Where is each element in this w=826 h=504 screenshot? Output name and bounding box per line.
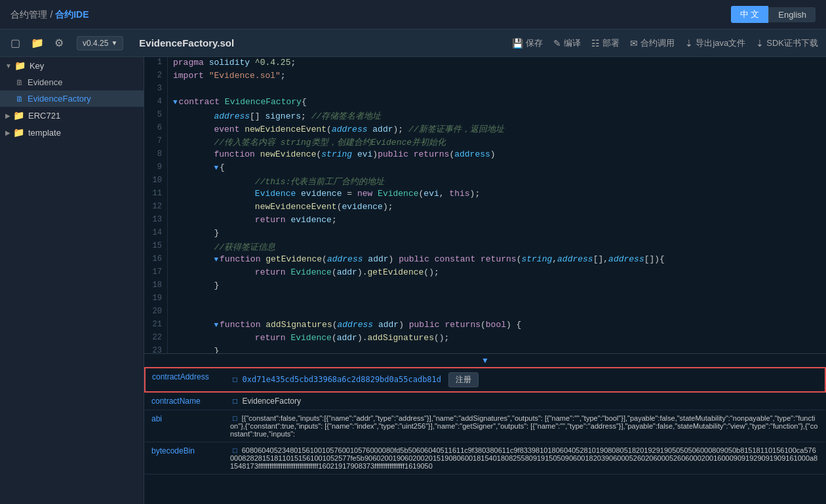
code-line: 13 return evidence; bbox=[144, 214, 826, 227]
deploy-label: 部署 bbox=[602, 37, 620, 49]
language-switcher: 中 文 English bbox=[731, 6, 816, 23]
toolbar-actions: 💾 保存 ✎ 编译 ☷ 部署 ✉ 合约调用 ⇣ 导出java文件 ⇣ SDK证书… bbox=[512, 37, 818, 49]
code-line: 2 import "Evidence.sol"; bbox=[144, 70, 826, 83]
chevron-right-icon: ▶ bbox=[5, 129, 10, 136]
code-line: 15 //获得签证信息 bbox=[144, 241, 826, 254]
chevron-down-icon: ▼ bbox=[5, 62, 12, 69]
breadcrumb-part1: 合约管理 bbox=[10, 9, 47, 20]
breadcrumb-part2: 合约IDE bbox=[55, 9, 88, 20]
file-doc-icon: 🗎 bbox=[16, 78, 24, 87]
code-line: 17 return Evidence(addr).getEvidence(); bbox=[144, 267, 826, 280]
code-line: 10 //this:代表当前工厂合约的地址 bbox=[144, 175, 826, 188]
folder-icon: 📁 bbox=[14, 60, 26, 71]
contract-name-label: contractName bbox=[151, 397, 201, 406]
code-line: 22 return Evidence(addr).addSignatures()… bbox=[144, 332, 826, 345]
export-sdk-label: SDK证书下载 bbox=[766, 37, 818, 49]
sidebar-item-evidence[interactable]: 🗎 Evidence bbox=[0, 74, 144, 90]
code-line: 18 } bbox=[144, 280, 826, 293]
arrow-down-icon: ▼ bbox=[481, 356, 489, 365]
topbar: 合约管理 / 合约IDE 中 文 English bbox=[0, 0, 826, 29]
code-line: 9 ▼{ bbox=[144, 162, 826, 175]
compile-button[interactable]: ✎ 编译 bbox=[553, 37, 581, 49]
abi-label: abi bbox=[151, 414, 162, 423]
deploy-button[interactable]: ☷ 部署 bbox=[591, 37, 620, 49]
code-line: 19 bbox=[144, 293, 826, 306]
register-button[interactable]: 注册 bbox=[448, 372, 479, 387]
copy-icon[interactable]: □ bbox=[233, 397, 237, 406]
code-line: 16 ▼function getEvidence(address addr) p… bbox=[144, 254, 826, 267]
copy-icon[interactable]: □ bbox=[233, 414, 237, 422]
sidebar: ▼ 📁 Key 🗎 Evidence 🗎 EvidenceFactory ▶ 📁… bbox=[0, 57, 144, 504]
toolbar-icons: ▢ 📁 ⚙ bbox=[8, 35, 66, 50]
contract-address-label: contractAddress bbox=[152, 372, 209, 381]
code-line: 12 newEvidenceEvent(evidence); bbox=[144, 201, 826, 214]
chevron-down-icon: ▼ bbox=[111, 39, 117, 47]
contract-info-table: contractAddress □ 0xd71e435cd5cbd33968a6… bbox=[144, 367, 826, 475]
save-icon: 💾 bbox=[512, 38, 523, 48]
deploy-icon: ☷ bbox=[591, 38, 600, 48]
sidebar-folder-key-label: Key bbox=[30, 61, 44, 71]
compile-icon: ✎ bbox=[553, 38, 561, 48]
export-java-button[interactable]: ⇣ 导出java文件 bbox=[685, 37, 745, 49]
sidebar-folder-template[interactable]: ▶ 📁 template bbox=[0, 124, 144, 141]
sidebar-folder-erc721[interactable]: ▶ 📁 ERC721 bbox=[0, 107, 144, 124]
code-line: 23 } bbox=[144, 345, 826, 353]
copy-icon[interactable]: □ bbox=[233, 446, 237, 454]
settings-button[interactable]: ⚙ bbox=[52, 35, 66, 50]
sidebar-item-evidencefactory-label: EvidenceFactory bbox=[28, 94, 91, 104]
code-line: 4 ▼contract EvidenceFactory{ bbox=[144, 96, 826, 109]
bytecode-value: 60806040523480156100105760010576000080fd… bbox=[230, 446, 817, 470]
new-file-button[interactable]: ▢ bbox=[8, 35, 23, 50]
code-line: 20 bbox=[144, 306, 826, 319]
export-java-label: 导出java文件 bbox=[696, 37, 745, 49]
lang-zh-button[interactable]: 中 文 bbox=[731, 6, 769, 23]
code-line: 6 event newEvidenceEvent(address addr); … bbox=[144, 123, 826, 136]
contract-name-row: contractName □ EvidenceFactory bbox=[145, 392, 825, 410]
code-line: 21 ▼function addSignatures(address addr)… bbox=[144, 319, 826, 332]
export-sdk-icon: ⇣ bbox=[756, 38, 764, 48]
lang-en-button[interactable]: English bbox=[768, 7, 816, 22]
contract-call-icon: ✉ bbox=[630, 38, 638, 48]
sidebar-item-evidence-label: Evidence bbox=[28, 77, 62, 87]
save-button[interactable]: 💾 保存 bbox=[512, 37, 543, 49]
sidebar-folder-erc721-label: ERC721 bbox=[28, 111, 60, 121]
sidebar-item-evidencefactory[interactable]: 🗎 EvidenceFactory bbox=[0, 90, 144, 107]
file-sol-icon: 🗎 bbox=[16, 94, 24, 104]
main-layout: ▼ 📁 Key 🗎 Evidence 🗎 EvidenceFactory ▶ 📁… bbox=[0, 57, 826, 504]
compile-label: 编译 bbox=[564, 37, 581, 49]
code-line: 11 Evidence evidence = new Evidence(evi,… bbox=[144, 188, 826, 201]
bottom-panel: ▼ contractAddress □ 0xd71e435cd5cbd33968… bbox=[144, 353, 826, 504]
contract-address-value: 0xd71e435cd5cbd33968a6c2d8829bd0a55cadb8… bbox=[243, 375, 441, 384]
contract-call-button[interactable]: ✉ 合约调用 bbox=[630, 37, 675, 49]
export-java-icon: ⇣ bbox=[685, 38, 693, 48]
editor-area: 1 pragma solidity ^0.4.25; 2 import "Evi… bbox=[144, 57, 826, 504]
chevron-right-icon: ▶ bbox=[5, 112, 10, 119]
bytecode-row: bytecodeBin □ 60806040523480156100105760… bbox=[145, 442, 825, 475]
sidebar-folder-key[interactable]: ▼ 📁 Key bbox=[0, 57, 144, 74]
code-line: 1 pragma solidity ^0.4.25; bbox=[144, 57, 826, 70]
code-line: 14 } bbox=[144, 227, 826, 241]
code-line: 7 //传入签名内容 string类型，创建合约Evidence并初始化 bbox=[144, 136, 826, 149]
bytecode-label: bytecodeBin bbox=[151, 446, 195, 456]
code-editor[interactable]: 1 pragma solidity ^0.4.25; 2 import "Evi… bbox=[144, 57, 826, 353]
folder-icon: 📁 bbox=[13, 110, 24, 121]
abi-row: abi □ [{"constant":false,"inputs":[{"nam… bbox=[145, 410, 825, 442]
export-sdk-button[interactable]: ⇣ SDK证书下载 bbox=[756, 37, 818, 49]
copy-icon[interactable]: □ bbox=[233, 375, 237, 384]
contract-name-value: EvidenceFactory bbox=[243, 397, 301, 406]
contract-call-label: 合约调用 bbox=[640, 37, 675, 49]
contract-address-row: contractAddress □ 0xd71e435cd5cbd33968a6… bbox=[145, 368, 825, 392]
code-line: 8 function newEvidence(string evi)public… bbox=[144, 149, 826, 162]
version-select[interactable]: v0.4.25 ▼ bbox=[77, 36, 123, 50]
code-line: 3 bbox=[144, 83, 826, 96]
folder-icon: 📁 bbox=[13, 127, 24, 138]
toolbar: ▢ 📁 ⚙ v0.4.25 ▼ EvidenceFactory.sol 💾 保存… bbox=[0, 29, 826, 57]
code-line: 5 address[] signers; //存储签名者地址 bbox=[144, 109, 826, 123]
panel-expand-arrow[interactable]: ▼ bbox=[144, 354, 826, 367]
version-label: v0.4.25 bbox=[83, 39, 108, 48]
abi-value: [{"constant":false,"inputs":[{"name":"ad… bbox=[230, 414, 817, 438]
save-label: 保存 bbox=[526, 37, 543, 49]
file-name: EvidenceFactory.sol bbox=[139, 37, 234, 48]
open-file-button[interactable]: 📁 bbox=[28, 35, 47, 50]
sidebar-folder-template-label: template bbox=[28, 128, 61, 138]
